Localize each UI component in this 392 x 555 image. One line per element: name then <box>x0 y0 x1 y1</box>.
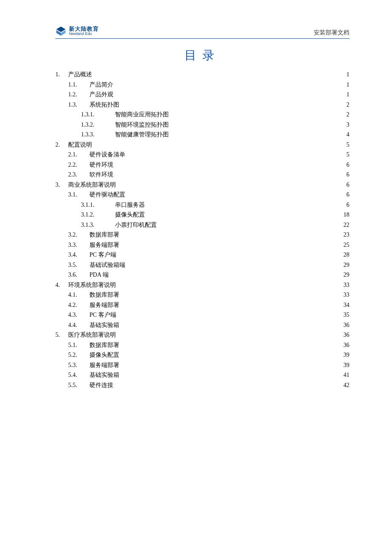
toc-page-number: 36 <box>343 340 349 350</box>
toc-page-number: 29 <box>343 260 349 270</box>
toc-number: 3.1.2. <box>81 210 115 220</box>
toc-title: 目录 <box>55 47 349 64</box>
toc-page-number: 33 <box>343 280 349 290</box>
toc-text: 摄像头配置 <box>89 350 119 360</box>
toc-entry[interactable]: 5.4.基础实验箱41 <box>55 370 349 380</box>
toc-entry[interactable]: 5.医疗系统部署说明36 <box>55 330 349 340</box>
toc-entry[interactable]: 3.5.基础试验箱端29 <box>55 260 349 270</box>
toc-text: 数据库部署 <box>89 290 119 300</box>
toc-page-number: 22 <box>343 220 349 230</box>
toc-entry[interactable]: 5.5.硬件连接42 <box>55 380 349 390</box>
toc-entry[interactable]: 2.3.软件环境6 <box>55 170 349 180</box>
toc-number: 3.1.3. <box>81 220 115 230</box>
toc-entry[interactable]: 3.1.硬件驱动配置6 <box>55 190 349 200</box>
toc-page-number: 5 <box>346 140 349 150</box>
toc-entry[interactable]: 1.产品概述1 <box>55 69 349 80</box>
toc-entry[interactable]: 3.4.PC 客户端28 <box>55 250 349 260</box>
toc-entry[interactable]: 4.4.基础实验箱36 <box>55 320 349 330</box>
toc-text: 智能环境监控拓扑图 <box>115 120 169 130</box>
toc-entry[interactable]: 1.3.系统拓扑图2 <box>55 100 349 110</box>
toc-page-number: 18 <box>343 210 349 220</box>
toc-number: 3.6. <box>68 270 89 280</box>
toc-text: 小票打印机配置 <box>115 220 157 230</box>
toc-text: 商业系统部署说明 <box>68 180 116 190</box>
toc-number: 4.2. <box>68 300 89 310</box>
toc-entry[interactable]: 1.1.产品简介1 <box>55 80 349 90</box>
toc-text: 服务端部署 <box>89 300 119 310</box>
toc-entry[interactable]: 3.6.PDA 端29 <box>55 270 349 280</box>
toc-entry[interactable]: 1.2.产品外观1 <box>55 90 349 100</box>
toc-text: 基础试验箱端 <box>89 260 125 270</box>
toc-number: 4.4. <box>68 320 89 330</box>
toc-number: 3.2. <box>68 230 89 240</box>
toc-entry[interactable]: 4.3.PC 客户端35 <box>55 310 349 320</box>
toc-text: 基础实验箱 <box>89 320 119 330</box>
toc-entry[interactable]: 3.1.3.小票打印机配置22 <box>55 220 349 230</box>
toc-page-number: 6 <box>346 190 349 200</box>
toc-entry[interactable]: 1.3.2.智能环境监控拓扑图3 <box>55 120 349 130</box>
toc-entry[interactable]: 3.2.数据库部署23 <box>55 230 349 240</box>
toc-text: 系统拓扑图 <box>89 100 119 110</box>
toc-number: 1.1. <box>68 80 89 90</box>
toc-page-number: 41 <box>343 370 349 380</box>
toc-number: 2.2. <box>68 160 89 170</box>
toc-text: PDA 端 <box>89 270 109 280</box>
toc-page-number: 42 <box>343 380 349 390</box>
toc-entry[interactable]: 3.3.服务端部署25 <box>55 240 349 250</box>
toc-entry[interactable]: 5.1.数据库部署36 <box>55 340 349 350</box>
toc-number: 5.4. <box>68 370 89 380</box>
logo-en: Newland Edu <box>69 32 99 36</box>
toc-text: 摄像头配置 <box>115 210 145 220</box>
logo: 新大陆教育 Newland Edu <box>55 26 99 37</box>
toc-number: 1.3. <box>68 100 89 110</box>
toc-text: 产品外观 <box>89 90 113 100</box>
toc-number: 5.1. <box>68 340 89 350</box>
document-page: 新大陆教育 Newland Edu 安装部署文档 目录 1.产品概述11.1.产… <box>0 0 392 416</box>
toc-number: 1.3.1. <box>81 110 115 120</box>
toc-page-number: 36 <box>343 330 349 340</box>
toc-number: 2.3. <box>68 170 89 180</box>
toc-entry[interactable]: 5.2.摄像头配置39 <box>55 350 349 360</box>
toc-page-number: 39 <box>343 350 349 360</box>
toc-number: 1.3.3. <box>81 130 115 140</box>
toc-text: 硬件驱动配置 <box>89 190 125 200</box>
toc-page-number: 6 <box>346 160 349 170</box>
toc-entry[interactable]: 2.配置说明5 <box>55 140 349 150</box>
toc-entry[interactable]: 1.3.1.智能商业应用拓扑图2 <box>55 110 349 120</box>
toc-page-number: 2 <box>346 110 349 120</box>
toc-number: 4. <box>55 280 68 290</box>
toc-entry[interactable]: 1.3.3.智能健康管理拓扑图4 <box>55 130 349 140</box>
toc-text: 硬件设备清单 <box>89 150 125 160</box>
toc-entry[interactable]: 3.1.1.串口服务器6 <box>55 200 349 210</box>
toc-text: 产品简介 <box>89 80 113 90</box>
toc-page-number: 23 <box>343 230 349 240</box>
toc-entry[interactable]: 2.2.硬件环境6 <box>55 160 349 170</box>
toc-page-number: 6 <box>346 180 349 190</box>
toc-entry[interactable]: 3.1.2.摄像头配置18 <box>55 210 349 220</box>
toc-page-number: 1 <box>346 69 349 80</box>
toc-number: 4.1. <box>68 290 89 300</box>
toc-entry[interactable]: 3.商业系统部署说明6 <box>55 180 349 190</box>
toc-entry[interactable]: 5.3.服务端部署39 <box>55 360 349 370</box>
toc-number: 5. <box>55 330 68 340</box>
toc-number: 4.3. <box>68 310 89 320</box>
toc-page-number: 2 <box>346 100 349 110</box>
toc-number: 1. <box>55 69 68 80</box>
toc-text: PC 客户端 <box>89 250 116 260</box>
toc-number: 2. <box>55 140 68 150</box>
toc-entry[interactable]: 4.1.数据库部署33 <box>55 290 349 300</box>
logo-cn: 新大陆教育 <box>69 26 99 32</box>
toc-text: 数据库部署 <box>89 340 119 350</box>
toc-entry[interactable]: 4.环境系统部署说明33 <box>55 280 349 290</box>
toc-text: 软件环境 <box>89 170 113 180</box>
toc-entry[interactable]: 2.1.硬件设备清单5 <box>55 150 349 160</box>
doc-label: 安装部署文档 <box>314 29 349 37</box>
toc-page-number: 33 <box>343 290 349 300</box>
toc-number: 5.2. <box>68 350 89 360</box>
toc-entry[interactable]: 4.2.服务端部署34 <box>55 300 349 310</box>
toc-number: 3.1. <box>68 190 89 200</box>
toc-page-number: 1 <box>346 80 349 90</box>
toc-page-number: 28 <box>343 250 349 260</box>
toc-page-number: 3 <box>346 120 349 130</box>
toc-text: 基础实验箱 <box>89 370 119 380</box>
